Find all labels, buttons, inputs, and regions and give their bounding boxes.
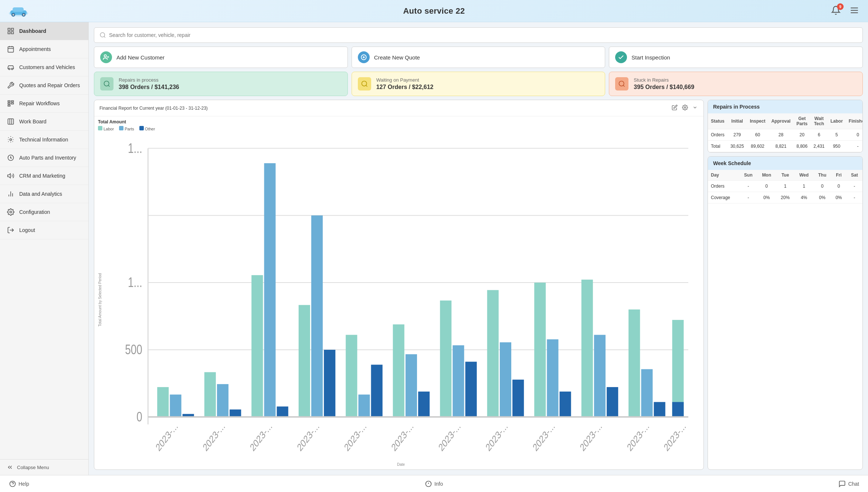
row-orders-initial: 279 — [728, 129, 747, 141]
svg-rect-73 — [324, 350, 335, 417]
notification-button[interactable]: 9 — [830, 4, 842, 18]
status-card-stuck-repairs[interactable]: Stuck in Repairs 395 Orders / $140,669 — [609, 72, 863, 96]
week-col-mon: Mon — [757, 170, 776, 181]
svg-point-37 — [100, 33, 105, 37]
sidebar-item-crm[interactable]: CRM and Marketing — [0, 167, 88, 185]
svg-rect-78 — [406, 354, 417, 417]
financial-report-header: Financial Report for Current year (01-01… — [94, 100, 703, 116]
svg-text:2023-...: 2023-... — [295, 420, 321, 453]
row-orders-status: Orders — [708, 129, 728, 141]
bar-chart: 1... 1... 500 0 — [102, 133, 700, 462]
svg-rect-13 — [8, 32, 10, 34]
action-buttons-row: Add New Customer Create New Quote Sta — [94, 47, 863, 68]
row-total-wait-tech: 2,431 — [810, 141, 827, 152]
sidebar-item-workboard[interactable]: Work Board — [0, 113, 88, 131]
svg-line-46 — [108, 85, 110, 87]
sidebar-item-technical[interactable]: Technical Information — [0, 131, 88, 149]
info-icon — [425, 480, 432, 488]
sidebar-label-parts: Auto Parts and Inventory — [19, 155, 76, 161]
week-orders-fri: 0 — [831, 181, 847, 192]
svg-text:2023-...: 2023-... — [578, 420, 604, 453]
financial-report-card: Financial Report for Current year (01-01… — [94, 100, 704, 470]
technical-icon — [7, 136, 15, 144]
sidebar-item-analytics[interactable]: Data and Analytics — [0, 185, 88, 203]
status-card-waiting-payment[interactable]: Waiting on Payment 127 Orders / $22,612 — [352, 72, 606, 96]
financial-report-actions — [671, 104, 698, 112]
main-layout: Dashboard Appointments Customers and Veh… — [0, 22, 868, 475]
svg-rect-92 — [628, 310, 640, 417]
svg-rect-75 — [358, 394, 370, 417]
legend-parts: Parts — [119, 126, 134, 131]
info-button[interactable]: Info — [425, 480, 443, 488]
week-coverage-sat: - — [847, 192, 862, 204]
info-label: Info — [434, 481, 443, 487]
help-button[interactable]: Help — [9, 480, 29, 488]
sidebar-item-config[interactable]: Configuration — [0, 203, 88, 221]
week-col-day: Day — [708, 170, 739, 181]
sidebar-item-customers[interactable]: Customers and Vehicles — [0, 58, 88, 76]
col-labor: Labor — [827, 113, 845, 129]
svg-point-39 — [104, 55, 106, 57]
main-content: Add New Customer Create New Quote Sta — [89, 22, 868, 475]
hamburger-menu-button[interactable] — [848, 4, 861, 18]
app-footer: Help Info Chat — [0, 475, 868, 492]
week-col-thu: Thu — [814, 170, 831, 181]
y-axis-label: Total Amount by Selected Period — [98, 133, 102, 467]
week-orders-mon: 0 — [757, 181, 776, 192]
svg-point-47 — [362, 81, 366, 86]
search-icon — [99, 32, 106, 38]
svg-point-19 — [11, 68, 13, 70]
row-total-status: Total — [708, 141, 728, 152]
waiting-payment-icon — [358, 77, 371, 90]
svg-line-38 — [104, 36, 105, 37]
svg-rect-22 — [8, 105, 10, 106]
sidebar-item-dashboard[interactable]: Dashboard — [0, 22, 88, 40]
edit-report-button[interactable] — [671, 104, 678, 112]
chat-button[interactable]: Chat — [838, 480, 859, 488]
svg-rect-93 — [641, 369, 652, 417]
financial-report-title: Financial Report for Current year (01-01… — [99, 106, 208, 111]
svg-rect-83 — [487, 290, 499, 417]
stuck-repairs-label: Stuck in Repairs — [634, 77, 694, 83]
analytics-icon — [7, 190, 15, 198]
repairs-table-header-row: Status Initial Inspect Approval Get Part… — [708, 113, 863, 129]
sidebar-item-parts[interactable]: Auto Parts and Inventory — [0, 149, 88, 167]
week-schedule-card: Week Schedule Day Sun Mon Tue Wed Thu Fr… — [708, 156, 863, 470]
svg-rect-23 — [11, 101, 14, 102]
sidebar-item-workflows[interactable]: Repair Workflows — [0, 95, 88, 113]
row-total-inspect: 89,602 — [747, 141, 768, 152]
search-bar[interactable] — [94, 27, 863, 43]
start-inspection-button[interactable]: Start Inspection — [609, 47, 863, 68]
svg-line-50 — [623, 85, 625, 87]
week-coverage-mon: 0% — [757, 192, 776, 204]
search-input[interactable] — [106, 32, 857, 38]
svg-rect-90 — [594, 335, 606, 417]
settings-report-button[interactable] — [681, 104, 689, 112]
row-orders-wait-tech: 6 — [810, 129, 827, 141]
dropdown-report-button[interactable] — [692, 104, 698, 112]
week-orders-thu: 0 — [814, 181, 831, 192]
sidebar-item-quotes[interactable]: Quotes and Repair Orders — [0, 76, 88, 95]
week-row-orders: Orders - 0 1 1 0 0 - — [708, 181, 862, 192]
week-coverage-thu: 0% — [814, 192, 831, 204]
svg-rect-24 — [11, 103, 14, 104]
svg-rect-76 — [371, 365, 383, 417]
create-quote-button[interactable]: Create New Quote — [352, 47, 606, 68]
svg-rect-69 — [264, 163, 275, 417]
sidebar-item-logout[interactable]: Logout — [0, 221, 88, 239]
chart-legend: Labor Parts Other — [98, 126, 700, 131]
week-col-sun: Sun — [739, 170, 757, 181]
top-header: Auto service 22 9 — [0, 0, 868, 22]
svg-text:2023-...: 2023-... — [484, 420, 509, 453]
add-customer-button[interactable]: Add New Customer — [94, 47, 348, 68]
sidebar-item-appointments[interactable]: Appointments — [0, 40, 88, 58]
col-approval: Approval — [768, 113, 793, 129]
svg-rect-97 — [672, 402, 684, 417]
collapse-menu-button[interactable]: Collapse Menu — [0, 459, 88, 475]
week-schedule-header: Week Schedule — [708, 157, 862, 170]
col-wait-tech: Wait Tech — [810, 113, 827, 129]
svg-text:2023-...: 2023-... — [342, 420, 368, 453]
row-total-labor: 950 — [827, 141, 845, 152]
svg-point-6 — [23, 14, 25, 16]
status-card-repairs-process[interactable]: Repairs in process 398 Orders / $141,236 — [94, 72, 348, 96]
